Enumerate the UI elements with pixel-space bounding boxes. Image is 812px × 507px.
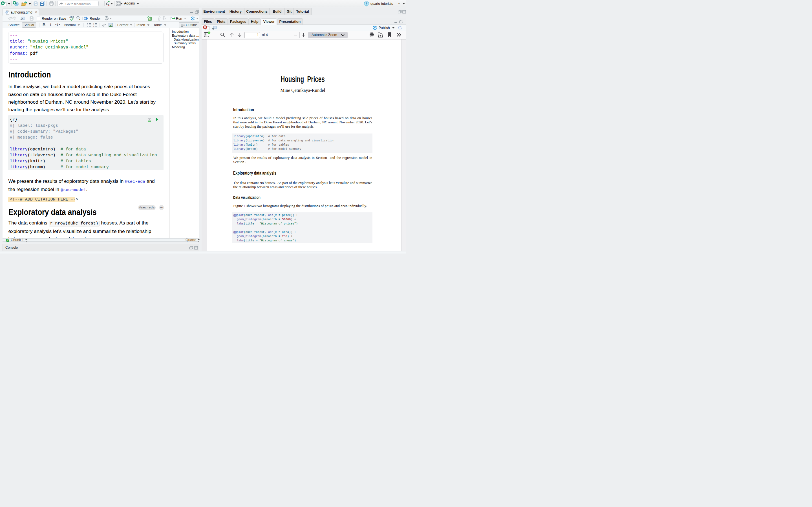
svg-text:1: 1 [93, 23, 94, 25]
svg-text:2: 2 [93, 25, 94, 27]
svg-text:G: G [106, 2, 109, 6]
svg-text:R: R [366, 2, 368, 4]
